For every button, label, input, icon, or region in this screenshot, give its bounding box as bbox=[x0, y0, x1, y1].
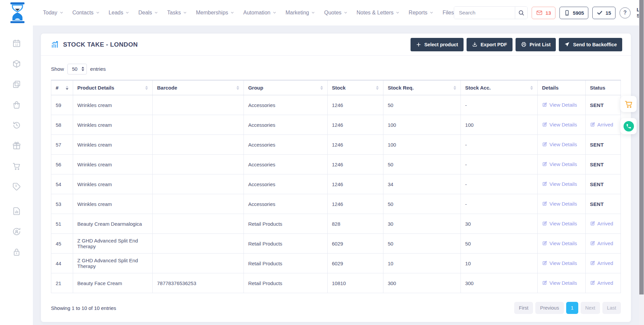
main-nav: TodayContactsLeadsDealsTasksMembershipsA… bbox=[43, 10, 454, 16]
view-details-label: View Details bbox=[549, 161, 577, 167]
send-to-backoffice-button[interactable]: Send to Backoffice bbox=[559, 38, 622, 51]
sidebar-item-package-icon[interactable] bbox=[12, 59, 21, 68]
column-header-stock[interactable]: Stock bbox=[327, 80, 383, 95]
cell-status: SENT bbox=[585, 135, 621, 155]
sidebar-item-calendar-icon[interactable]: 12 bbox=[12, 39, 21, 48]
status-label: Arrived bbox=[597, 280, 613, 286]
sidebar-item-cart-icon[interactable] bbox=[12, 162, 21, 171]
chevron-down-icon bbox=[154, 10, 158, 16]
sidebar-item-shopping-bag-icon[interactable] bbox=[12, 100, 21, 109]
left-icon-sidebar: 12$ bbox=[0, 25, 33, 325]
app-logo-hourglass-icon[interactable] bbox=[9, 2, 26, 23]
arrived-status-link[interactable]: Arrived bbox=[590, 122, 613, 127]
sidebar-item-report-icon[interactable] bbox=[12, 207, 21, 216]
help-button[interactable]: ? bbox=[620, 7, 631, 18]
nav-item-marketing[interactable]: Marketing bbox=[285, 10, 315, 16]
view-details-link[interactable]: View Details bbox=[542, 260, 577, 266]
sidebar-item-history-icon[interactable] bbox=[12, 121, 21, 130]
page-button-first[interactable]: First bbox=[514, 302, 533, 314]
cell-stock-req: 100 bbox=[383, 135, 461, 155]
column-header-group[interactable]: Group bbox=[244, 80, 327, 95]
view-details-link[interactable]: View Details bbox=[542, 142, 577, 147]
view-details-link[interactable]: View Details bbox=[542, 280, 577, 286]
floating-phone-button[interactable] bbox=[621, 118, 637, 134]
sidebar-item-copy-icon[interactable] bbox=[12, 80, 21, 89]
view-details-link[interactable]: View Details bbox=[542, 161, 577, 167]
arrived-status-link[interactable]: Arrived bbox=[590, 280, 613, 286]
column-header-barcode[interactable]: Barcode bbox=[153, 80, 244, 95]
arrived-status-link[interactable]: Arrived bbox=[590, 221, 613, 226]
edit-icon bbox=[542, 280, 547, 285]
edit-icon bbox=[542, 142, 547, 147]
cell-stock-acc: 10 bbox=[461, 254, 537, 273]
entries-length-select[interactable]: 50 bbox=[67, 64, 87, 74]
nav-item-leads[interactable]: Leads bbox=[109, 10, 129, 16]
nav-item-contacts[interactable]: Contacts bbox=[72, 10, 100, 16]
nav-item-label: Tasks bbox=[167, 10, 181, 16]
nav-item-memberships[interactable]: Memberships bbox=[196, 10, 234, 16]
entries-summary: Showing 1 to 10 of 10 entries bbox=[51, 305, 116, 311]
cell-barcode bbox=[153, 174, 244, 194]
nav-item-label: Contacts bbox=[72, 10, 94, 16]
view-details-link[interactable]: View Details bbox=[542, 240, 577, 246]
nav-item-quotes[interactable]: Quotes bbox=[324, 10, 347, 16]
view-details-link[interactable]: View Details bbox=[542, 221, 577, 226]
cell-status: Arrived bbox=[585, 234, 621, 254]
search-button[interactable] bbox=[515, 7, 527, 19]
view-details-link[interactable]: View Details bbox=[542, 181, 577, 187]
cell-product: Wrinkles cream bbox=[73, 95, 153, 115]
column-label: Barcode bbox=[157, 85, 177, 91]
export-pdf-button[interactable]: Export PDF bbox=[467, 38, 513, 51]
search-input[interactable] bbox=[454, 7, 515, 19]
nav-item-deals[interactable]: Deals bbox=[138, 10, 158, 16]
cell-num: 51 bbox=[51, 214, 73, 234]
tasks-done-button[interactable]: 15 bbox=[592, 7, 615, 19]
cell-num: 59 bbox=[51, 95, 73, 115]
sidebar-item-price-tag-icon[interactable]: $ bbox=[12, 182, 21, 191]
phone-circle bbox=[624, 121, 634, 131]
column-header-stock-req[interactable]: Stock Req. bbox=[383, 80, 461, 95]
table-row: 54Wrinkles creamAccessories124634-View D… bbox=[51, 174, 621, 194]
nav-item-automation[interactable]: Automation bbox=[243, 10, 276, 16]
nav-item-files[interactable]: Files bbox=[442, 10, 454, 16]
nav-item-tasks[interactable]: Tasks bbox=[167, 10, 187, 16]
scrollbar-thumb[interactable] bbox=[639, 0, 644, 294]
plus-icon bbox=[416, 42, 421, 47]
nav-item-today[interactable]: Today bbox=[43, 10, 63, 16]
nav-item-notes-letters[interactable]: Notes & Letters bbox=[357, 10, 399, 16]
select-product-button[interactable]: Select product bbox=[411, 38, 464, 51]
page-button-1[interactable]: 1 bbox=[566, 302, 578, 314]
page-scrollbar[interactable] bbox=[639, 0, 644, 325]
page-button-last[interactable]: Last bbox=[602, 302, 621, 314]
cell-group: Accessories bbox=[244, 155, 327, 174]
sms-notifications-button[interactable]: 5905 bbox=[559, 7, 588, 19]
column-header-product-details[interactable]: Product Details bbox=[73, 80, 153, 95]
sidebar-item-lock-icon[interactable] bbox=[12, 248, 21, 257]
page-button-next[interactable]: Next bbox=[581, 302, 600, 314]
view-details-link[interactable]: View Details bbox=[542, 201, 577, 207]
page-button-previous[interactable]: Previous bbox=[535, 302, 564, 314]
print-list-button[interactable]: Print List bbox=[516, 38, 556, 51]
arrived-status-link[interactable]: Arrived bbox=[590, 260, 613, 266]
chart-title-icon bbox=[51, 41, 59, 48]
floating-cart-button[interactable] bbox=[621, 96, 637, 112]
cart-icon bbox=[624, 100, 633, 109]
sidebar-item-gift-icon[interactable] bbox=[12, 141, 21, 150]
nav-item-reports[interactable]: Reports bbox=[409, 10, 433, 16]
column-header-stock-acc[interactable]: Stock Acc. bbox=[461, 80, 537, 95]
sidebar-item-account-sync-icon[interactable] bbox=[12, 227, 21, 236]
view-details-link[interactable]: View Details bbox=[542, 122, 577, 127]
status-badge: SENT bbox=[590, 142, 604, 148]
cell-details: View Details bbox=[538, 95, 586, 115]
printer-icon bbox=[521, 42, 527, 47]
cell-stock-req: 30 bbox=[383, 214, 461, 234]
cell-stock-acc: - bbox=[461, 174, 537, 194]
chevron-down-icon bbox=[430, 10, 433, 16]
cell-stock: 10810 bbox=[327, 273, 383, 293]
table-row: 45Z GHD Advanced Split End TherapyRetail… bbox=[51, 234, 621, 254]
column-header-[interactable]: # bbox=[51, 80, 73, 95]
smartphone-icon bbox=[564, 10, 570, 16]
arrived-status-link[interactable]: Arrived bbox=[590, 240, 613, 246]
mail-notifications-button[interactable]: 13 bbox=[532, 7, 555, 19]
view-details-link[interactable]: View Details bbox=[542, 102, 577, 108]
